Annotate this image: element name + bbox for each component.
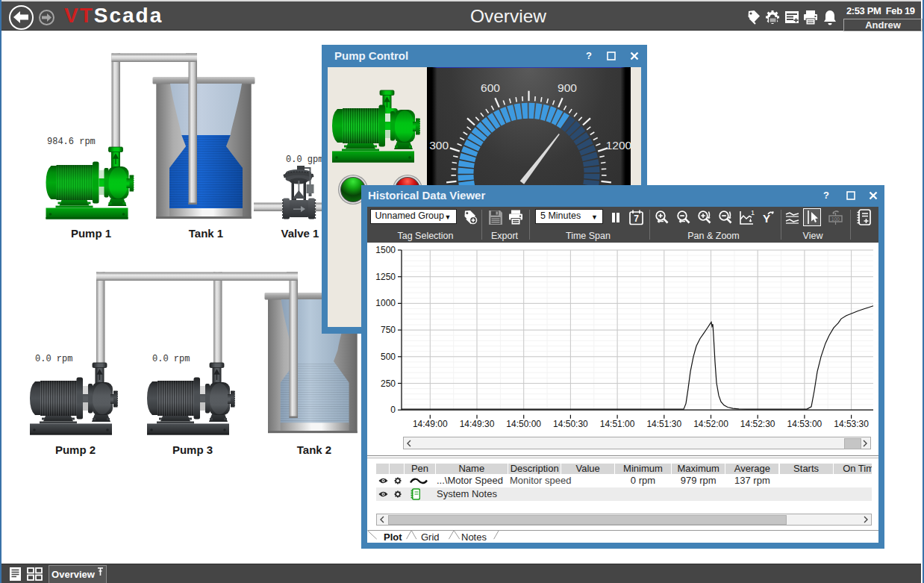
svg-text:0: 0 — [390, 405, 396, 415]
svg-text:300: 300 — [429, 139, 449, 152]
svg-text:Tank 1: Tank 1 — [189, 227, 223, 240]
svg-text:14:53:00: 14:53:00 — [787, 419, 822, 429]
svg-text:1250: 1250 — [375, 272, 396, 282]
svg-text:14:51:30: 14:51:30 — [646, 419, 681, 429]
svg-text:600: 600 — [481, 81, 500, 94]
svg-text:Pump 2: Pump 2 — [55, 443, 96, 456]
svg-text:1500: 1500 — [375, 245, 396, 255]
svg-text:Valve 1: Valve 1 — [281, 227, 319, 240]
svg-text:100: 100 — [831, 216, 840, 222]
svg-text:Pump 3: Pump 3 — [172, 443, 213, 456]
svg-text:0.0 gpm: 0.0 gpm — [286, 155, 323, 165]
svg-text:Pump 1: Pump 1 — [71, 227, 111, 240]
svg-text:984.6 rpm: 984.6 rpm — [47, 137, 96, 147]
svg-text:14:49:00: 14:49:00 — [413, 419, 448, 429]
svg-text:900: 900 — [558, 81, 577, 94]
svg-text:14:52:00: 14:52:00 — [693, 419, 728, 429]
svg-text:1200: 1200 — [606, 139, 631, 152]
svg-text:14:49:30: 14:49:30 — [460, 419, 495, 429]
svg-text:1000: 1000 — [375, 298, 396, 308]
svg-text:14:53:30: 14:53:30 — [834, 419, 869, 429]
svg-text:0.0 rpm: 0.0 rpm — [152, 354, 190, 364]
svg-text:0.0 rpm: 0.0 rpm — [35, 354, 72, 364]
svg-text:14:52:30: 14:52:30 — [740, 419, 775, 429]
svg-text:14:50:00: 14:50:00 — [506, 419, 541, 429]
svg-text:Y: Y — [763, 212, 770, 225]
svg-text:Tank 2: Tank 2 — [297, 443, 331, 456]
svg-text:500: 500 — [381, 352, 396, 362]
svg-text:7: 7 — [634, 213, 639, 224]
svg-text:250: 250 — [381, 378, 396, 389]
svg-text:14:50:30: 14:50:30 — [553, 419, 588, 429]
svg-text:14:51:00: 14:51:00 — [600, 419, 635, 429]
svg-text:1: 1 — [751, 210, 755, 216]
svg-text:750: 750 — [381, 325, 396, 335]
